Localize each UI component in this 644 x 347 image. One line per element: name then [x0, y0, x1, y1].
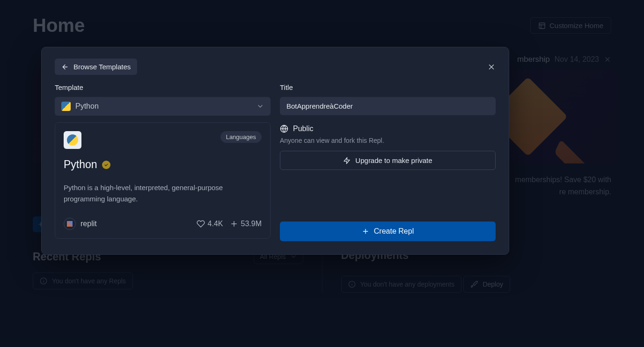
template-label: Template	[55, 83, 271, 91]
title-column: Title Public Anyone can view and fork th…	[280, 83, 496, 241]
template-category-badge: Languages	[220, 131, 262, 143]
python-icon	[61, 102, 71, 111]
template-icon	[64, 131, 81, 149]
globe-icon	[280, 125, 288, 133]
arrow-left-icon	[61, 63, 69, 71]
template-select[interactable]: Python	[55, 97, 271, 116]
visibility-description: Anyone can view and fork this Repl.	[280, 137, 496, 144]
template-author[interactable]: replit	[64, 218, 97, 230]
chevron-down-icon	[256, 103, 264, 110]
template-description: Python is a high-level, interpreted, gen…	[64, 182, 262, 205]
author-avatar	[64, 218, 76, 230]
browse-templates-button[interactable]: Browse Templates	[55, 59, 137, 75]
template-name: Python	[64, 158, 97, 171]
forks-stat: 53.9M	[230, 220, 262, 228]
selected-template-name: Python	[75, 102, 99, 111]
visibility-row: Public	[280, 125, 496, 133]
repl-title-input[interactable]	[280, 97, 496, 115]
title-label: Title	[280, 83, 496, 91]
verified-badge-icon	[102, 161, 110, 169]
heart-icon	[197, 220, 205, 228]
likes-stat: 4.4K	[197, 220, 223, 228]
svg-marker-20	[344, 157, 350, 163]
close-icon[interactable]	[487, 63, 496, 71]
upgrade-private-button[interactable]: Upgrade to make private	[280, 151, 496, 170]
plus-icon	[362, 228, 369, 235]
template-column: Template Python Languages Python	[55, 83, 271, 239]
template-details-card: Languages Python Python is a high-level,…	[55, 122, 271, 239]
plus-icon	[230, 220, 238, 228]
lightning-icon	[343, 157, 351, 164]
create-repl-submit-button[interactable]: Create Repl	[280, 221, 496, 241]
create-repl-modal: Browse Templates Template Python Languag…	[41, 47, 509, 255]
